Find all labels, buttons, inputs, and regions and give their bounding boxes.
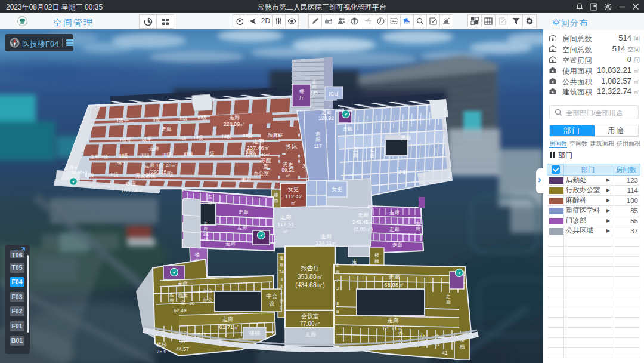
svg-text:换床: 换床 <box>286 143 298 150</box>
svg-text:41: 41 <box>442 350 448 356</box>
svg-text:楼: 楼 <box>274 192 278 198</box>
svg-text:77.00㎡: 77.00㎡ <box>299 321 320 327</box>
svg-text:楼: 楼 <box>374 253 379 258</box>
svg-text:68.08㎡: 68.08㎡ <box>384 281 404 288</box>
svg-text:走: 走 <box>203 221 208 226</box>
svg-text:(0.00㎡): (0.00㎡) <box>354 226 373 232</box>
svg-text:III级: III级 <box>109 171 119 177</box>
svg-text:走廊: 走廊 <box>343 126 354 132</box>
svg-text:走廊: 走廊 <box>389 273 401 280</box>
svg-text:220.09㎡: 220.09㎡ <box>224 121 246 127</box>
svg-text:20: 20 <box>190 301 195 306</box>
svg-text:楼梯: 楼梯 <box>249 330 260 336</box>
svg-text:女更: 女更 <box>332 186 342 192</box>
svg-text:38.: 38. <box>203 232 209 237</box>
svg-text:III级: III级 <box>243 133 252 139</box>
svg-text:走廊: 走廊 <box>149 146 160 152</box>
svg-text:中会: 中会 <box>267 293 278 299</box>
svg-text:室: 室 <box>181 300 186 306</box>
svg-text:III级: III级 <box>178 115 188 121</box>
svg-text:廊: 廊 <box>370 153 375 159</box>
svg-text:走廊: 走廊 <box>225 241 236 247</box>
svg-text:25.9: 25.9 <box>157 349 167 355</box>
svg-text:走: 走 <box>370 146 375 152</box>
svg-text:走廊: 走廊 <box>178 281 188 287</box>
svg-text:112.42: 112.42 <box>285 193 302 199</box>
svg-text:8: 8 <box>336 309 339 314</box>
svg-text:III级: III级 <box>164 171 174 177</box>
svg-text:廊: 廊 <box>416 226 420 232</box>
svg-text:㎡: ㎡ <box>280 291 284 296</box>
svg-text:走廊: 走廊 <box>401 135 412 141</box>
svg-text:走廊: 走廊 <box>321 109 332 115</box>
svg-text:廊: 廊 <box>335 270 340 275</box>
svg-text:楼梯: 楼梯 <box>157 342 168 347</box>
svg-text:走廊: 走廊 <box>242 177 252 183</box>
svg-text:.: . <box>337 293 338 299</box>
svg-text:I级手: I级手 <box>140 136 152 142</box>
svg-text:廊: 廊 <box>446 300 451 305</box>
svg-text:走: 走 <box>169 292 174 297</box>
svg-text:办公室: 办公室 <box>253 170 269 176</box>
svg-text:走: 走 <box>335 262 340 267</box>
svg-text:III级: III级 <box>85 172 94 178</box>
svg-text:I级铅: I级铅 <box>120 137 132 143</box>
svg-text:办公: 办公 <box>203 297 213 303</box>
svg-text:廊: 廊 <box>315 137 321 143</box>
svg-text:会议室: 会议室 <box>301 313 319 319</box>
svg-text:走廊: 走廊 <box>321 233 332 239</box>
svg-text:走: 走 <box>315 131 321 137</box>
svg-text:餐: 餐 <box>299 88 305 94</box>
svg-text:103.19㎡: 103.19㎡ <box>121 187 144 193</box>
svg-text:走廊: 走廊 <box>389 210 400 216</box>
svg-text:厅: 厅 <box>299 95 305 101</box>
svg-text:3: 3 <box>280 284 283 288</box>
svg-text:走廊: 走廊 <box>305 331 316 337</box>
svg-text:走廊: 走廊 <box>392 242 403 248</box>
svg-text:男更: 男更 <box>283 161 294 167</box>
svg-text:廊: 廊 <box>203 226 208 232</box>
svg-text:廊: 廊 <box>312 84 317 90</box>
svg-text:廊: 廊 <box>353 152 358 158</box>
svg-text:走: 走 <box>353 146 358 152</box>
svg-text:走廊: 走廊 <box>162 126 172 132</box>
svg-text:62.49: 62.49 <box>174 307 187 313</box>
svg-text:㎡: ㎡ <box>290 199 296 206</box>
svg-text:办公: 办公 <box>203 288 213 294</box>
svg-text:走廊: 走廊 <box>125 181 136 187</box>
svg-text:III级: III级 <box>162 152 172 158</box>
svg-text:49: 49 <box>203 237 208 242</box>
svg-text:145: 145 <box>311 90 318 96</box>
svg-text:237.46㎡: 237.46㎡ <box>247 144 270 151</box>
svg-text:61.71㎡: 61.71㎡ <box>219 324 239 330</box>
svg-text:廊: 廊 <box>169 298 174 303</box>
svg-text:走廊㎡: 走廊㎡ <box>65 165 79 170</box>
svg-text:III级: III级 <box>194 134 203 140</box>
svg-text:梯: 梯 <box>374 259 379 264</box>
svg-text:走廊: 走廊 <box>229 115 240 121</box>
svg-text:走: 走 <box>312 79 317 84</box>
svg-text:117.51: 117.51 <box>277 221 294 227</box>
svg-text:I级手: I级手 <box>117 117 129 123</box>
svg-text:III级: III级 <box>119 153 128 159</box>
svg-text:8: 8 <box>336 301 339 306</box>
svg-text:走: 走 <box>352 259 357 264</box>
svg-text:㎡: ㎡ <box>286 173 291 179</box>
svg-text:(434.68㎡): (434.68㎡) <box>295 281 325 288</box>
svg-text:134.11㎡: 134.11㎡ <box>315 240 337 246</box>
svg-text:报告厅: 报告厅 <box>301 264 320 272</box>
svg-text:III级: III级 <box>140 152 150 158</box>
svg-text:走廊: 走廊 <box>388 317 400 324</box>
svg-text:II级: II级 <box>153 117 160 122</box>
svg-text:走廊: 走廊 <box>398 169 408 175</box>
svg-text:353.88㎡: 353.88㎡ <box>298 273 323 280</box>
svg-text:议: 议 <box>268 300 275 307</box>
svg-text:走廊: 走廊 <box>222 316 234 322</box>
svg-text:梯: 梯 <box>273 198 278 204</box>
svg-text:廊: 廊 <box>208 200 212 205</box>
svg-text:(291.68㎡: (291.68㎡ <box>246 151 271 158</box>
svg-text:梯: 梯 <box>460 344 465 350</box>
svg-text:走廊: 走廊 <box>358 212 369 218</box>
svg-text:走: 走 <box>416 220 420 226</box>
svg-text:走廊: 走廊 <box>239 209 249 215</box>
